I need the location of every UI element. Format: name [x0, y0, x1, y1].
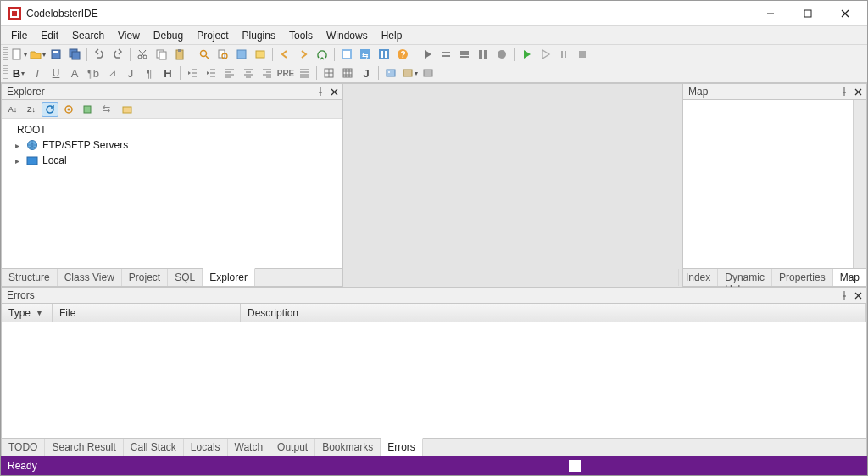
column-type[interactable]: Type▼: [2, 304, 53, 322]
save-all-button[interactable]: [66, 46, 83, 63]
indent-button[interactable]: [203, 64, 220, 81]
tab-todo[interactable]: TODO: [2, 439, 45, 456]
collapse-button[interactable]: [79, 102, 96, 117]
font-button[interactable]: A: [66, 64, 83, 81]
align-left-button[interactable]: [221, 64, 238, 81]
tab-structure[interactable]: Structure: [2, 269, 58, 286]
explorer-header[interactable]: Explorer: [1, 83, 343, 100]
menu-plugins[interactable]: Plugins: [236, 28, 282, 43]
undo-button[interactable]: [91, 46, 108, 63]
menu-search[interactable]: Search: [65, 28, 111, 43]
step-into-button[interactable]: [456, 46, 473, 63]
menu-windows[interactable]: Windows: [320, 28, 375, 43]
copy-button[interactable]: [153, 46, 170, 63]
expand-icon[interactable]: ▸: [12, 156, 22, 165]
pin-icon[interactable]: [837, 288, 851, 302]
outdent-button[interactable]: [184, 64, 201, 81]
numbered-list-button[interactable]: PRE: [277, 64, 294, 81]
replace-button[interactable]: [252, 46, 269, 63]
sort-az-button[interactable]: A↓: [4, 102, 21, 117]
debug-stop-button[interactable]: [574, 46, 591, 63]
map-body[interactable]: [682, 100, 867, 269]
nav-forward-button[interactable]: [295, 46, 312, 63]
menu-view[interactable]: View: [111, 28, 147, 43]
list-button[interactable]: ⊿: [103, 64, 120, 81]
show-all-button[interactable]: [119, 102, 136, 117]
debug-pause-button[interactable]: [555, 46, 572, 63]
close-button[interactable]: [826, 2, 864, 25]
nav-back-button[interactable]: [276, 46, 293, 63]
tab-errors[interactable]: Errors: [381, 438, 423, 456]
justify-button[interactable]: [296, 64, 313, 81]
breakpoint-button[interactable]: [493, 46, 510, 63]
menu-edit[interactable]: Edit: [34, 28, 65, 43]
tab-locals[interactable]: Locals: [184, 439, 228, 456]
step-over-button[interactable]: [437, 46, 454, 63]
sync-button[interactable]: ⇆: [97, 102, 114, 117]
hl2-button[interactable]: ⇆: [357, 46, 374, 63]
toolbar-grip[interactable]: [3, 47, 8, 62]
close-icon[interactable]: [851, 85, 865, 98]
tab-explorer[interactable]: Explorer: [203, 268, 255, 286]
menu-file[interactable]: File: [4, 28, 34, 43]
context-help-button[interactable]: [314, 46, 331, 63]
insert-table-button[interactable]: ▾: [401, 64, 418, 81]
hl3-button[interactable]: [376, 46, 392, 63]
pilcrow2-button[interactable]: ¶: [141, 64, 158, 81]
j-button[interactable]: J: [122, 64, 139, 81]
pin-icon[interactable]: [314, 85, 327, 98]
menu-help[interactable]: Help: [375, 28, 409, 43]
refresh-button[interactable]: [42, 102, 58, 117]
column-file[interactable]: File: [53, 304, 241, 322]
errors-header[interactable]: Errors: [1, 287, 867, 304]
tab-index[interactable]: Index: [678, 269, 717, 286]
pilcrow-button[interactable]: ¶b: [85, 64, 102, 81]
expand-icon[interactable]: ▸: [12, 141, 22, 150]
minimize-button[interactable]: [752, 2, 789, 25]
tab-search-result[interactable]: Search Result: [45, 439, 123, 456]
bold-button[interactable]: B▾: [10, 64, 27, 81]
maximize-button[interactable]: [789, 2, 826, 25]
tree-root[interactable]: ROOT: [7, 122, 337, 137]
tree-item[interactable]: ▸ Local: [7, 153, 337, 168]
find-button[interactable]: [196, 46, 213, 63]
editor-area[interactable]: [343, 83, 682, 287]
align-right-button[interactable]: [259, 64, 275, 81]
tree-item[interactable]: ▸ FTP/SFTP Servers: [7, 137, 337, 153]
tab-class-view[interactable]: Class View: [58, 269, 122, 286]
cut-button[interactable]: [134, 46, 151, 63]
sort-za-button[interactable]: Z↓: [23, 102, 40, 117]
menu-tools[interactable]: Tools: [282, 28, 320, 43]
tab-dynamic-help[interactable]: Dynamic Help: [717, 269, 771, 286]
tab-sql[interactable]: SQL: [168, 269, 203, 286]
pin-icon[interactable]: [837, 85, 851, 98]
debug-run-button[interactable]: [518, 46, 535, 63]
menu-debug[interactable]: Debug: [147, 28, 190, 43]
errors-list[interactable]: [2, 322, 866, 438]
explorer-tree[interactable]: ROOT ▸ FTP/SFTP Servers ▸ Local: [2, 119, 342, 171]
debug-continue-button[interactable]: [537, 46, 554, 63]
menu-project[interactable]: Project: [190, 28, 235, 43]
titlebar[interactable]: CodelobsterIDE: [1, 1, 867, 26]
step-out-button[interactable]: [475, 46, 492, 63]
toolbar-grip[interactable]: [3, 65, 8, 81]
tab-watch[interactable]: Watch: [228, 439, 271, 456]
tab-call-stack[interactable]: Call Stack: [124, 439, 184, 456]
help-button[interactable]: ?: [394, 46, 411, 63]
tab-properties[interactable]: Properties: [771, 269, 832, 286]
new-file-button[interactable]: ▾: [10, 46, 27, 63]
close-icon[interactable]: [851, 288, 865, 302]
object-button[interactable]: [420, 64, 437, 81]
tab-bookmarks[interactable]: Bookmarks: [315, 439, 381, 456]
image-button[interactable]: [382, 64, 399, 81]
find-files-button[interactable]: [214, 46, 231, 63]
save-button[interactable]: [47, 46, 64, 63]
hl1-button[interactable]: [338, 46, 355, 63]
run-button[interactable]: [419, 46, 436, 63]
j2-button[interactable]: J: [358, 64, 375, 81]
open-folder-button[interactable]: ▾: [29, 46, 46, 63]
column-description[interactable]: Description: [241, 304, 866, 322]
tab-project[interactable]: Project: [122, 269, 168, 286]
paste-button[interactable]: [171, 46, 188, 63]
heading-button[interactable]: H: [159, 64, 176, 81]
